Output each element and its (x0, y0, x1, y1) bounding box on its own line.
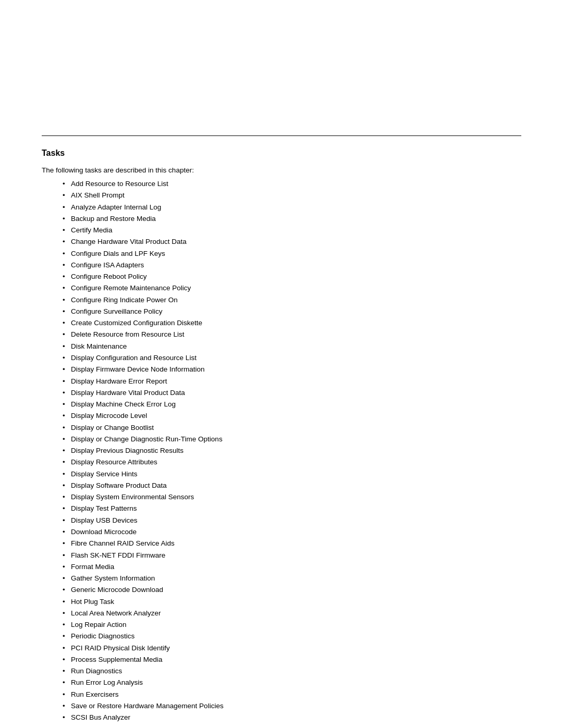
list-item: Run Error Log Analysis (63, 677, 521, 688)
list-item: Disk Maintenance (63, 341, 521, 352)
top-spacer (0, 0, 563, 135)
list-item: Display Service Hints (63, 468, 521, 480)
list-item: Generic Microcode Download (63, 584, 521, 596)
list-item: Display System Environmental Sensors (63, 491, 521, 503)
list-item: Display Microcode Level (63, 410, 521, 422)
list-item: Configure ISA Adapters (63, 260, 521, 271)
list-item: Display Hardware Error Report (63, 376, 521, 387)
list-item: Create Customized Configuration Diskette (63, 317, 521, 329)
list-item: Periodic Diagnostics (63, 631, 521, 642)
list-item: Display Previous Diagnostic Results (63, 445, 521, 456)
list-item: Gather System Information (63, 573, 521, 584)
list-item: Delete Resource from Resource List (63, 329, 521, 340)
intro-text: The following tasks are described in thi… (42, 166, 521, 174)
tasks-list: Add Resource to Resource ListAIX Shell P… (63, 178, 521, 723)
list-item: Display or Change Diagnostic Run-Time Op… (63, 434, 521, 445)
list-item: Display Firmware Device Node Information (63, 364, 521, 375)
list-item: Run Exercisers (63, 689, 521, 700)
list-item: Configure Surveillance Policy (63, 306, 521, 317)
list-item: Analyze Adapter Internal Log (63, 202, 521, 213)
list-item: Format Media (63, 561, 521, 573)
list-item: Display or Change Bootlist (63, 422, 521, 434)
list-item: Certify Media (63, 225, 521, 236)
list-item: Display Test Patterns (63, 503, 521, 514)
list-item: Run Diagnostics (63, 665, 521, 677)
page-container: Tasks The following tasks are described … (0, 0, 563, 728)
list-item: Backup and Restore Media (63, 213, 521, 225)
list-item: Log Repair Action (63, 619, 521, 631)
list-item: SCSI Bus Analyzer (63, 712, 521, 723)
list-item: AIX Shell Prompt (63, 190, 521, 201)
list-item: Flash SK-NET FDDI Firmware (63, 550, 521, 561)
list-item: Configure Dials and LPF Keys (63, 248, 521, 260)
list-item: Local Area Network Analyzer (63, 608, 521, 619)
list-item: Process Supplemental Media (63, 654, 521, 665)
list-item: Display Software Product Data (63, 480, 521, 491)
list-item: Configure Ring Indicate Power On (63, 294, 521, 306)
section-title: Tasks (42, 149, 521, 158)
list-item: Change Hardware Vital Product Data (63, 236, 521, 248)
list-item: Display Configuration and Resource List (63, 352, 521, 364)
list-item: Fibre Channel RAID Service Aids (63, 538, 521, 549)
list-item: Download Microcode (63, 526, 521, 538)
list-item: Add Resource to Resource List (63, 178, 521, 190)
list-item: Display Resource Attributes (63, 456, 521, 468)
list-item: Display USB Devices (63, 515, 521, 526)
list-item: Display Machine Check Error Log (63, 399, 521, 410)
main-content: Tasks The following tasks are described … (0, 136, 563, 728)
list-item: Configure Remote Maintenance Policy (63, 282, 521, 294)
list-item: Display Hardware Vital Product Data (63, 387, 521, 399)
list-item: PCI RAID Physical Disk Identify (63, 643, 521, 654)
list-item: Hot Plug Task (63, 596, 521, 608)
list-item: Configure Reboot Policy (63, 271, 521, 282)
list-item: Save or Restore Hardware Management Poli… (63, 700, 521, 712)
